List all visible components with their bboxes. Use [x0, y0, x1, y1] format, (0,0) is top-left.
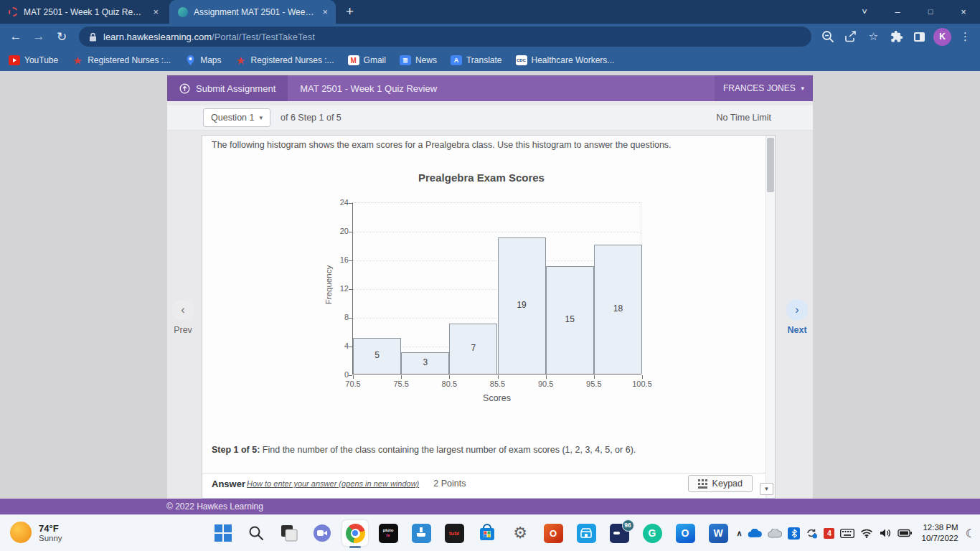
- chevron-left-icon[interactable]: ‹: [172, 299, 194, 321]
- taskbar-weather-widget[interactable]: 74°F Sunny: [10, 522, 62, 543]
- forward-icon[interactable]: →: [29, 29, 49, 44]
- y-tick-label: 8: [330, 313, 349, 321]
- back-icon[interactable]: ←: [6, 29, 26, 44]
- bookmark-gmail[interactable]: MGmail: [348, 55, 386, 65]
- bookmark-star-icon[interactable]: ☆: [864, 28, 882, 46]
- outlook-button[interactable]: O: [672, 520, 698, 546]
- hawkes-wave-favicon: [178, 7, 188, 17]
- x-tick-label: 75.5: [385, 380, 417, 388]
- volume-icon[interactable]: [879, 528, 892, 538]
- office-button[interactable]: O: [540, 520, 566, 546]
- onedrive-icon[interactable]: [748, 529, 762, 538]
- extensions-puzzle-icon[interactable]: [887, 28, 905, 46]
- tab-quiz-review[interactable]: MAT 2501 - Week 1 Quiz Review ×: [0, 0, 166, 24]
- bookmark-translate[interactable]: ATranslate: [451, 55, 502, 65]
- chart-title: Prealgebra Exam Scores: [271, 171, 692, 184]
- cloud-sync-icon[interactable]: [768, 529, 782, 538]
- submit-assignment-button[interactable]: Submit Assignment: [167, 75, 288, 101]
- hidden-icons-chevron[interactable]: ∧: [736, 529, 742, 538]
- chart-x-axis-label: Scores: [352, 393, 641, 403]
- panel-scrollbar[interactable]: [765, 136, 775, 498]
- chrome-icon: [346, 524, 365, 543]
- scroll-down-button[interactable]: ▼: [760, 483, 773, 495]
- mail-app-button[interactable]: 96: [606, 520, 632, 546]
- profile-avatar[interactable]: K: [933, 28, 951, 46]
- zoom-out-icon[interactable]: [819, 28, 837, 46]
- wifi-icon[interactable]: [860, 528, 873, 538]
- browser-tab-strip: MAT 2501 - Week 1 Quiz Review × Assignme…: [0, 0, 980, 24]
- youtube-icon: [9, 55, 20, 65]
- windows-logo-icon: [214, 524, 232, 542]
- tubi-button[interactable]: tubi: [441, 520, 467, 546]
- reload-icon[interactable]: ↻: [52, 29, 72, 44]
- taskbar-search-button[interactable]: [243, 520, 269, 546]
- copyright-text: © 2022 Hawkes Learning: [166, 501, 263, 512]
- bookmark-label: Healthcare Workers...: [532, 55, 615, 65]
- battery-icon[interactable]: [897, 529, 913, 537]
- bluetooth-icon[interactable]: [788, 527, 800, 540]
- prev-question-button[interactable]: ‹ Prev: [167, 299, 199, 335]
- window-close-button[interactable]: ×: [947, 0, 980, 24]
- mobile-plans-button[interactable]: [573, 520, 599, 546]
- keypad-label: Keypad: [712, 479, 743, 489]
- answer-help-link[interactable]: How to enter your answer (opens in new w…: [247, 479, 419, 488]
- taskbar-clock[interactable]: 12:38 PM 10/7/2022: [921, 522, 958, 544]
- bookmark-news[interactable]: ≣News: [400, 55, 437, 65]
- cleaner-button[interactable]: [408, 520, 434, 546]
- bookmark-registered-nurses-1[interactable]: ★Registered Nurses :...: [72, 55, 171, 65]
- chat-button[interactable]: [309, 520, 335, 546]
- weather-temperature: 74°F: [39, 523, 62, 534]
- maps-pin-icon: [184, 55, 196, 65]
- hawkes-app-area: Submit Assignment MAT 2501 - Week 1 Quiz…: [167, 75, 813, 499]
- alert-badge-icon[interactable]: 4: [824, 528, 834, 539]
- question-instructions: The following histogram shows the exam s…: [212, 140, 758, 150]
- tab-search-icon[interactable]: ˅: [848, 0, 881, 24]
- scrollbar-thumb[interactable]: [767, 138, 774, 192]
- task-view-icon: [280, 524, 298, 542]
- bookmark-youtube[interactable]: YouTube: [9, 55, 58, 65]
- user-menu[interactable]: FRANCES JONES ▾: [715, 75, 813, 101]
- bookmark-label: News: [415, 55, 437, 65]
- chat-video-icon: [313, 524, 331, 542]
- window-minimize-button[interactable]: –: [881, 0, 914, 24]
- task-view-button[interactable]: [276, 520, 302, 546]
- next-question-button[interactable]: › Next: [781, 299, 813, 335]
- question-dropdown[interactable]: Question 1 ▾: [203, 108, 270, 127]
- y-tick-mark: [349, 289, 352, 290]
- close-tab-icon[interactable]: ×: [151, 6, 161, 17]
- x-tick-mark: [498, 375, 499, 379]
- pluto-tv-button[interactable]: plutotv: [375, 520, 401, 546]
- sync-arrows-icon[interactable]: [806, 528, 818, 539]
- microsoft-store-button[interactable]: [474, 520, 500, 546]
- chevron-right-icon[interactable]: ›: [786, 299, 808, 321]
- assignment-title: MAT 2501 - Week 1 Quiz Review: [300, 83, 437, 94]
- touch-keyboard-icon[interactable]: [840, 529, 854, 538]
- window-maximize-button[interactable]: □: [914, 0, 947, 24]
- bookmark-registered-nurses-2[interactable]: ★Registered Nurses :...: [235, 55, 334, 65]
- word-button[interactable]: W: [705, 520, 731, 546]
- keypad-button[interactable]: Keypad: [688, 475, 753, 492]
- x-tick-mark: [401, 375, 402, 379]
- close-tab-icon[interactable]: ×: [320, 6, 330, 17]
- bookmark-maps[interactable]: Maps: [184, 55, 221, 65]
- gridline: [353, 232, 641, 232]
- start-button[interactable]: [210, 520, 236, 546]
- settings-button[interactable]: ⚙: [507, 520, 533, 546]
- tab-assignment[interactable]: Assignment MAT 2501 - Week 1 ×: [169, 0, 336, 24]
- tubi-icon: tubi: [445, 524, 464, 543]
- plot-area: 0481216202470.575.580.585.590.595.5100.5…: [352, 202, 641, 375]
- chrome-taskbar-button[interactable]: [342, 520, 368, 546]
- active-app-indicator: [349, 546, 361, 548]
- grammarly-button[interactable]: G: [639, 520, 665, 546]
- new-tab-button[interactable]: +: [346, 4, 354, 19]
- y-tick-mark: [349, 232, 352, 232]
- x-tick-label: 70.5: [337, 380, 369, 388]
- night-light-moon-icon[interactable]: ☾: [966, 527, 976, 540]
- browser-menu-icon[interactable]: ⋮: [956, 28, 974, 46]
- share-icon[interactable]: [842, 28, 859, 46]
- question-nav-bar: Question 1 ▾ of 6 Step 1 of 5 No Time Li…: [167, 105, 813, 131]
- side-panel-icon[interactable]: [910, 28, 928, 46]
- address-bar[interactable]: learn.hawkeslearning.com/Portal/Test/Tes…: [79, 27, 811, 47]
- windows-taskbar: 74°F Sunny plutotv tubi ⚙ O 96 G O W ∧: [0, 514, 980, 551]
- bookmark-cdc-healthcare[interactable]: CDCHealthcare Workers...: [516, 55, 615, 65]
